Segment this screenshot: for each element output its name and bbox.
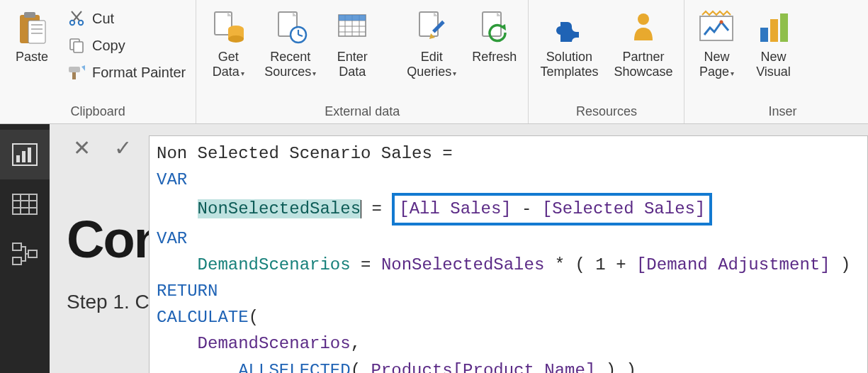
recent-sources-label: Recent Sources	[264, 50, 311, 79]
copy-icon	[67, 35, 86, 55]
svg-rect-40	[780, 13, 788, 42]
ribbon-group-external-data: Get Data▾ Recent Sources▾	[196, 0, 529, 123]
measure-ref-all-sales: [All Sales]	[399, 199, 511, 218]
expression-highlight: [All Sales] - [Selected Sales]	[392, 193, 712, 225]
keyword-var: VAR	[157, 229, 187, 248]
solution-templates-label: Solution Templates	[540, 50, 598, 79]
group-label-resources: Resources	[536, 101, 677, 123]
svg-rect-52	[28, 250, 37, 257]
group-label-insert: Inser	[692, 101, 798, 123]
variable-nonselectedsales-use: NonSelectedSales	[381, 255, 544, 274]
svg-rect-1	[24, 12, 35, 18]
function-allselected: ALLSELECTED	[238, 361, 350, 374]
formula-bar: ✕ ✓ Non Selected Scenario Sales = VAR No…	[67, 135, 868, 373]
svg-rect-44	[28, 147, 31, 162]
report-view-button[interactable]	[0, 130, 50, 179]
keyword-var: VAR	[157, 170, 187, 189]
enter-data-label: Enter Data	[337, 50, 368, 79]
new-page-button[interactable]: New Page▾	[692, 4, 741, 82]
workspace: Con Step 1. C ✕ ✓ Non Selected Scenario …	[50, 124, 868, 373]
ribbon-group-insert: New Page▾ New Visual Inser	[684, 0, 805, 123]
measure-ref-selected-sales: [Selected Sales]	[542, 199, 705, 218]
recent-sources-button[interactable]: Recent Sources▾	[260, 4, 320, 82]
copy-label: Copy	[92, 38, 125, 54]
get-data-label: Get Data	[213, 50, 239, 79]
svg-rect-11	[74, 42, 83, 52]
formula-line-1: Non Selected Scenario Sales =	[157, 144, 463, 163]
solution-templates-button[interactable]: Solution Templates	[536, 4, 602, 82]
format-painter-label: Format Painter	[92, 65, 186, 81]
formula-commit-button[interactable]: ✓	[108, 135, 137, 160]
svg-rect-2	[28, 21, 45, 43]
ribbon-group-clipboard: Paste Cut	[0, 0, 196, 123]
svg-point-35	[638, 13, 649, 25]
partner-showcase-label: Partner Showcase	[614, 50, 672, 79]
new-visual-button[interactable]: New Visual	[748, 4, 798, 82]
get-data-button[interactable]: Get Data▾	[203, 4, 253, 82]
refresh-icon	[475, 7, 514, 47]
partner-showcase-icon	[624, 7, 663, 47]
solution-templates-icon	[549, 7, 589, 47]
format-painter-icon	[67, 62, 86, 82]
svg-rect-29	[339, 15, 366, 21]
svg-rect-38	[760, 28, 768, 42]
variable-demandscenarios-decl: DemandScenarios	[198, 255, 351, 274]
svg-rect-51	[13, 257, 21, 265]
data-view-button[interactable]	[0, 179, 50, 229]
variable-nonselectedsales-decl: NonSelectedSales	[198, 199, 361, 218]
svg-rect-42	[16, 155, 20, 162]
paste-label: Paste	[16, 50, 48, 65]
svg-rect-43	[22, 151, 26, 162]
format-painter-button[interactable]: Format Painter	[64, 61, 188, 84]
cut-icon	[67, 9, 86, 28]
column-ref-products-name: Products[Product Name]	[371, 361, 595, 374]
new-page-icon	[697, 7, 736, 47]
svg-point-37	[720, 21, 723, 24]
dropdown-icon: ▾	[453, 69, 456, 77]
dropdown-icon: ▾	[241, 69, 244, 77]
paste-icon	[12, 7, 52, 47]
dropdown-icon: ▾	[731, 69, 734, 77]
refresh-label: Refresh	[472, 50, 517, 65]
copy-button[interactable]: Copy	[64, 34, 188, 57]
edit-queries-label: Edit Queries	[407, 50, 451, 79]
enter-data-icon	[332, 7, 372, 47]
group-label-external: External data	[203, 101, 521, 123]
formula-editor[interactable]: Non Selected Scenario Sales = VAR NonSel…	[149, 135, 868, 373]
svg-rect-45	[13, 194, 37, 214]
ribbon-group-resources: Solution Templates Partner Showcase Reso…	[529, 0, 684, 123]
enter-data-button[interactable]: Enter Data	[327, 4, 377, 82]
dropdown-icon: ▾	[312, 69, 316, 77]
new-visual-label: New Visual	[756, 50, 791, 79]
paste-button[interactable]: Paste	[7, 4, 57, 67]
cut-label: Cut	[92, 11, 114, 27]
edit-queries-button[interactable]: Edit Queries▾	[402, 4, 461, 82]
new-visual-icon	[753, 7, 793, 47]
function-calculate: CALCULATE	[157, 308, 249, 327]
new-page-label: New Page	[699, 50, 730, 79]
variable-demandscenarios-use: DemandScenarios	[198, 334, 351, 353]
svg-rect-39	[770, 19, 778, 42]
edit-queries-icon	[412, 7, 451, 47]
cut-button[interactable]: Cut	[64, 7, 188, 30]
svg-point-7	[79, 21, 83, 25]
formula-cancel-button[interactable]: ✕	[67, 135, 96, 160]
svg-rect-12	[69, 67, 80, 72]
keyword-return: RETURN	[157, 282, 218, 301]
refresh-button[interactable]: Refresh	[468, 4, 521, 67]
ribbon: Paste Cut	[0, 0, 868, 124]
svg-rect-13	[72, 72, 76, 79]
svg-point-6	[70, 21, 74, 25]
partner-showcase-button[interactable]: Partner Showcase	[609, 4, 677, 82]
group-label-clipboard: Clipboard	[7, 101, 188, 123]
svg-rect-50	[13, 243, 21, 250]
recent-sources-icon	[271, 7, 310, 47]
svg-point-17	[228, 35, 244, 43]
get-data-icon	[208, 7, 248, 47]
measure-ref-demand-adjustment: [Demand Adjustment]	[636, 255, 830, 274]
model-view-button[interactable]	[0, 229, 50, 279]
view-rail	[0, 124, 50, 373]
